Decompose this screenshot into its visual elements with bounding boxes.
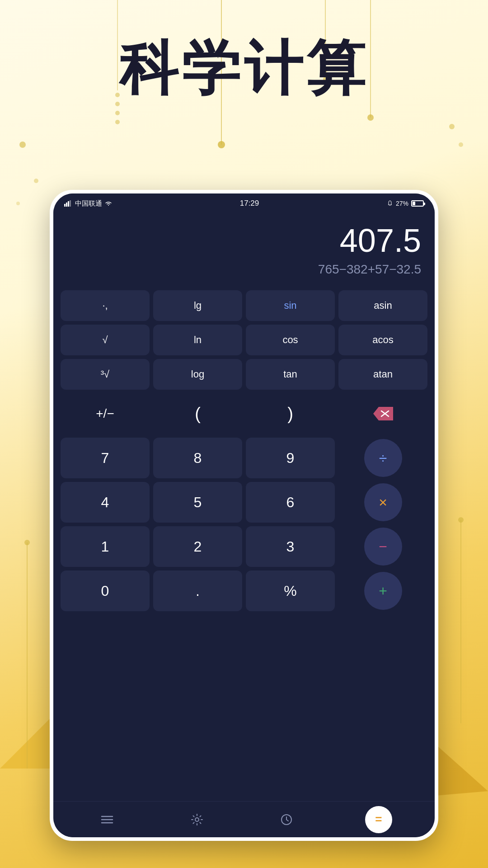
ln-button[interactable]: ln: [153, 325, 242, 355]
key-2[interactable]: 2: [153, 526, 242, 567]
battery-percent: 27%: [396, 200, 408, 207]
atan-button[interactable]: atan: [338, 359, 427, 390]
status-right: 27%: [387, 200, 424, 207]
main-row-5: 0 . % +: [61, 571, 427, 611]
key-1[interactable]: 1: [61, 526, 150, 567]
svg-rect-30: [70, 200, 71, 207]
acos-button[interactable]: acos: [338, 325, 427, 355]
svg-point-16: [19, 142, 26, 148]
main-row-3: 4 5 6 ×: [61, 482, 427, 523]
key-0[interactable]: 0: [61, 571, 150, 611]
status-time: 17:29: [240, 199, 259, 208]
key-3[interactable]: 3: [246, 526, 335, 567]
history-icon: [280, 813, 293, 826]
svg-point-36: [195, 818, 199, 821]
decimal-button[interactable]: .: [153, 571, 242, 611]
delete-button[interactable]: [338, 393, 427, 434]
svg-rect-29: [68, 201, 69, 207]
phone-frame: 中国联通 17:29 27%: [50, 190, 438, 841]
percent-button[interactable]: %: [246, 571, 335, 611]
key-6[interactable]: 6: [246, 482, 335, 523]
plus-button[interactable]: +: [364, 572, 402, 610]
svg-point-1: [218, 141, 225, 148]
divide-button[interactable]: ÷: [364, 439, 402, 477]
sin-button[interactable]: sin: [246, 290, 335, 321]
minus-button[interactable]: −: [364, 528, 402, 566]
svg-point-24: [458, 517, 464, 523]
sci-row-1: ·, lg sin asin: [61, 290, 427, 321]
status-bar: 中国联通 17:29 27%: [53, 193, 435, 213]
sqrt-button[interactable]: √: [61, 325, 150, 355]
battery-icon: [411, 200, 424, 207]
svg-rect-28: [66, 203, 67, 207]
sign-button[interactable]: +/−: [61, 393, 150, 434]
alarm-icon: [387, 200, 393, 207]
key-4[interactable]: 4: [61, 482, 150, 523]
main-row-4: 1 2 3 −: [61, 526, 427, 567]
svg-point-19: [449, 124, 455, 129]
key-9[interactable]: 9: [246, 438, 335, 478]
cbrt-button[interactable]: ³√: [61, 359, 150, 390]
bottom-toolbar: =: [53, 801, 435, 837]
svg-point-18: [16, 202, 20, 205]
svg-rect-27: [64, 204, 66, 207]
carrier-name: 中国联通: [75, 199, 102, 208]
svg-point-20: [459, 142, 463, 147]
sci-row-3: ³√ log tan atan: [61, 359, 427, 390]
status-left: 中国联通: [64, 199, 112, 208]
svg-point-10: [115, 102, 120, 106]
expression-display: 765−382+57−32.5: [318, 262, 421, 277]
menu-button[interactable]: [96, 808, 118, 831]
lparen-button[interactable]: (: [153, 393, 242, 434]
svg-point-22: [24, 540, 30, 545]
history-button[interactable]: [275, 808, 298, 831]
settings-icon: [191, 813, 203, 826]
svg-point-7: [367, 114, 374, 121]
svg-point-12: [115, 120, 120, 124]
svg-point-17: [34, 179, 38, 183]
log-button[interactable]: log: [153, 359, 242, 390]
key-8[interactable]: 8: [153, 438, 242, 478]
multiply-button[interactable]: ×: [364, 483, 402, 521]
delete-icon: [372, 406, 394, 421]
equals-button[interactable]: =: [365, 806, 392, 833]
settings-button[interactable]: [186, 808, 208, 831]
menu-icon: [101, 813, 113, 826]
main-row-1: +/− ( ): [61, 393, 427, 434]
key-5[interactable]: 5: [153, 482, 242, 523]
cos-button[interactable]: cos: [246, 325, 335, 355]
comma-dot-button[interactable]: ·,: [61, 290, 150, 321]
phone-screen: 中国联通 17:29 27%: [53, 193, 435, 837]
display-area: 407.5 765−382+57−32.5: [53, 213, 435, 286]
lg-button[interactable]: lg: [153, 290, 242, 321]
result-display: 407.5: [340, 223, 421, 259]
main-row-2: 7 8 9 ÷: [61, 438, 427, 478]
equals-icon: =: [375, 812, 382, 826]
signal-icon: [64, 200, 72, 207]
title-area: 科学计算: [0, 36, 488, 101]
rparen-button[interactable]: ): [246, 393, 335, 434]
asin-button[interactable]: asin: [338, 290, 427, 321]
key-7[interactable]: 7: [61, 438, 150, 478]
keypad-area: ·, lg sin asin √ ln: [53, 286, 435, 801]
app-title: 科学计算: [0, 36, 488, 101]
sci-row-2: √ ln cos acos: [61, 325, 427, 355]
tan-button[interactable]: tan: [246, 359, 335, 390]
wifi-icon: [105, 201, 112, 206]
svg-point-11: [115, 111, 120, 115]
